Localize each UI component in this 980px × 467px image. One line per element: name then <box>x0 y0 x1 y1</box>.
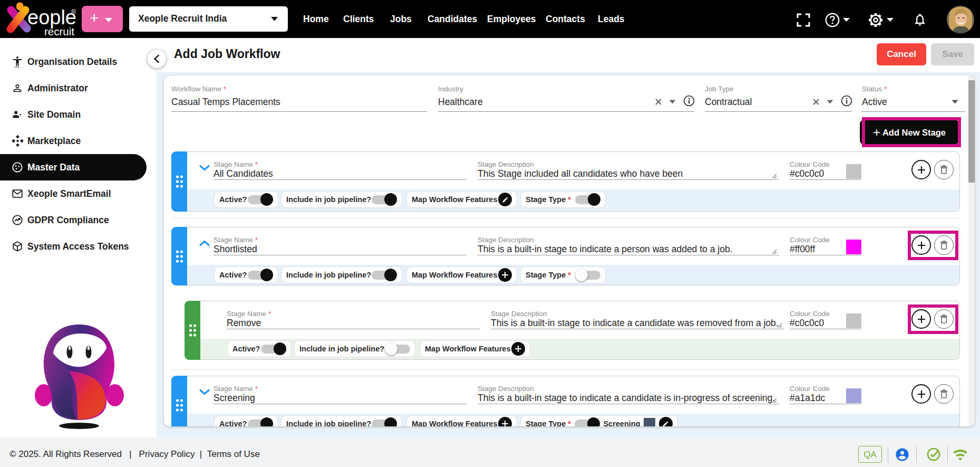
svg-text:recruit: recruit <box>44 25 74 37</box>
svg-text:®: ® <box>71 8 76 16</box>
